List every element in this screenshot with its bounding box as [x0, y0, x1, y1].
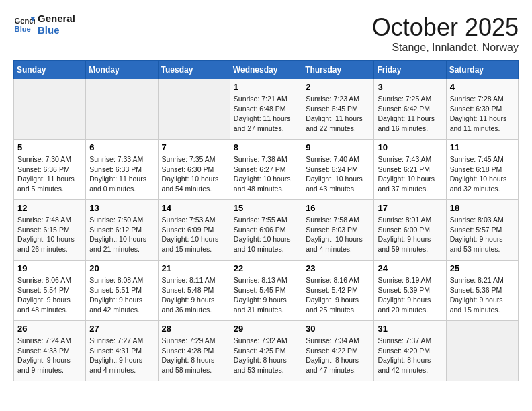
day-number: 1: [234, 82, 298, 92]
week-row-3: 12Sunrise: 7:48 AM Sunset: 6:15 PM Dayli…: [14, 200, 519, 261]
day-info: Sunrise: 8:06 AM Sunset: 5:54 PM Dayligh…: [17, 275, 82, 315]
day-info: Sunrise: 7:34 AM Sunset: 4:22 PM Dayligh…: [306, 336, 370, 375]
logo-general: General: [38, 13, 75, 25]
day-info: Sunrise: 7:24 AM Sunset: 4:33 PM Dayligh…: [17, 336, 82, 375]
day-number: 21: [162, 263, 226, 273]
weekday-header-wednesday: Wednesday: [230, 61, 302, 79]
calendar-cell: 10Sunrise: 7:43 AM Sunset: 6:21 PM Dayli…: [374, 140, 446, 200]
day-info: Sunrise: 7:40 AM Sunset: 6:24 PM Dayligh…: [306, 154, 370, 194]
day-number: 16: [306, 203, 370, 213]
logo-icon: General Blue: [13, 14, 35, 36]
day-number: 8: [234, 142, 298, 152]
day-info: Sunrise: 7:53 AM Sunset: 6:09 PM Dayligh…: [162, 215, 226, 255]
day-info: Sunrise: 7:28 AM Sunset: 6:39 PM Dayligh…: [450, 94, 515, 134]
day-number: 14: [162, 203, 226, 213]
day-info: Sunrise: 7:25 AM Sunset: 6:42 PM Dayligh…: [378, 94, 442, 134]
day-number: 15: [234, 203, 298, 213]
day-number: 25: [450, 263, 515, 273]
day-number: 31: [378, 324, 442, 334]
title-section: October 2025 Stange, Innlandet, Norway: [372, 13, 519, 54]
logo-blue: Blue: [38, 25, 75, 36]
calendar-cell: 1Sunrise: 7:21 AM Sunset: 6:48 PM Daylig…: [230, 79, 302, 140]
weekday-header-row: SundayMondayTuesdayWednesdayThursdayFrid…: [14, 61, 519, 79]
page-header: General Blue General Blue October 2025 S…: [13, 13, 519, 54]
calendar-table: SundayMondayTuesdayWednesdayThursdayFrid…: [13, 60, 519, 381]
calendar-cell: 17Sunrise: 8:01 AM Sunset: 6:00 PM Dayli…: [374, 200, 446, 261]
day-info: Sunrise: 8:19 AM Sunset: 5:39 PM Dayligh…: [378, 275, 442, 315]
day-number: 12: [17, 203, 82, 213]
day-info: Sunrise: 7:48 AM Sunset: 6:15 PM Dayligh…: [17, 215, 82, 255]
day-number: 5: [17, 142, 82, 152]
weekday-header-friday: Friday: [374, 61, 446, 79]
calendar-cell: [446, 321, 518, 381]
calendar-cell: 11Sunrise: 7:45 AM Sunset: 6:18 PM Dayli…: [446, 140, 518, 200]
calendar-cell: 19Sunrise: 8:06 AM Sunset: 5:54 PM Dayli…: [14, 261, 86, 321]
day-info: Sunrise: 7:50 AM Sunset: 6:12 PM Dayligh…: [89, 215, 154, 255]
calendar-cell: 16Sunrise: 7:58 AM Sunset: 6:03 PM Dayli…: [302, 200, 374, 261]
day-info: Sunrise: 8:08 AM Sunset: 5:51 PM Dayligh…: [89, 275, 154, 315]
calendar-cell: 27Sunrise: 7:27 AM Sunset: 4:31 PM Dayli…: [86, 321, 158, 381]
calendar-cell: [14, 79, 86, 140]
day-info: Sunrise: 8:03 AM Sunset: 5:57 PM Dayligh…: [450, 215, 515, 255]
week-row-5: 26Sunrise: 7:24 AM Sunset: 4:33 PM Dayli…: [14, 321, 519, 381]
calendar-cell: 6Sunrise: 7:33 AM Sunset: 6:33 PM Daylig…: [86, 140, 158, 200]
calendar-cell: 26Sunrise: 7:24 AM Sunset: 4:33 PM Dayli…: [14, 321, 86, 381]
day-info: Sunrise: 7:58 AM Sunset: 6:03 PM Dayligh…: [306, 215, 370, 255]
day-info: Sunrise: 7:45 AM Sunset: 6:18 PM Dayligh…: [450, 154, 515, 194]
month-title: October 2025: [372, 13, 519, 42]
day-info: Sunrise: 8:16 AM Sunset: 5:42 PM Dayligh…: [306, 275, 370, 315]
day-number: 27: [89, 324, 154, 334]
calendar-cell: 20Sunrise: 8:08 AM Sunset: 5:51 PM Dayli…: [86, 261, 158, 321]
day-number: 23: [306, 263, 370, 273]
day-info: Sunrise: 7:43 AM Sunset: 6:21 PM Dayligh…: [378, 154, 442, 194]
day-info: Sunrise: 7:23 AM Sunset: 6:45 PM Dayligh…: [306, 94, 370, 134]
day-info: Sunrise: 7:33 AM Sunset: 6:33 PM Dayligh…: [89, 154, 154, 194]
calendar-cell: 22Sunrise: 8:13 AM Sunset: 5:45 PM Dayli…: [230, 261, 302, 321]
calendar-cell: 28Sunrise: 7:29 AM Sunset: 4:28 PM Dayli…: [158, 321, 230, 381]
calendar-cell: 25Sunrise: 8:21 AM Sunset: 5:36 PM Dayli…: [446, 261, 518, 321]
calendar-cell: 2Sunrise: 7:23 AM Sunset: 6:45 PM Daylig…: [302, 79, 374, 140]
calendar-cell: 7Sunrise: 7:35 AM Sunset: 6:30 PM Daylig…: [158, 140, 230, 200]
calendar-cell: 21Sunrise: 8:11 AM Sunset: 5:48 PM Dayli…: [158, 261, 230, 321]
day-info: Sunrise: 8:01 AM Sunset: 6:00 PM Dayligh…: [378, 215, 442, 255]
day-info: Sunrise: 7:29 AM Sunset: 4:28 PM Dayligh…: [162, 336, 226, 375]
day-number: 11: [450, 142, 515, 152]
calendar-cell: 5Sunrise: 7:30 AM Sunset: 6:36 PM Daylig…: [14, 140, 86, 200]
weekday-header-monday: Monday: [86, 61, 158, 79]
calendar-cell: 30Sunrise: 7:34 AM Sunset: 4:22 PM Dayli…: [302, 321, 374, 381]
day-number: 28: [162, 324, 226, 334]
calendar-cell: 24Sunrise: 8:19 AM Sunset: 5:39 PM Dayli…: [374, 261, 446, 321]
day-info: Sunrise: 8:21 AM Sunset: 5:36 PM Dayligh…: [450, 275, 515, 315]
calendar-cell: 14Sunrise: 7:53 AM Sunset: 6:09 PM Dayli…: [158, 200, 230, 261]
calendar-cell: 3Sunrise: 7:25 AM Sunset: 6:42 PM Daylig…: [374, 79, 446, 140]
week-row-2: 5Sunrise: 7:30 AM Sunset: 6:36 PM Daylig…: [14, 140, 519, 200]
day-number: 3: [378, 82, 442, 92]
week-row-4: 19Sunrise: 8:06 AM Sunset: 5:54 PM Dayli…: [14, 261, 519, 321]
calendar-cell: 31Sunrise: 7:37 AM Sunset: 4:20 PM Dayli…: [374, 321, 446, 381]
day-info: Sunrise: 7:38 AM Sunset: 6:27 PM Dayligh…: [234, 154, 298, 194]
svg-text:Blue: Blue: [15, 25, 31, 33]
day-number: 2: [306, 82, 370, 92]
day-number: 9: [306, 142, 370, 152]
calendar-cell: 9Sunrise: 7:40 AM Sunset: 6:24 PM Daylig…: [302, 140, 374, 200]
day-number: 20: [89, 263, 154, 273]
day-info: Sunrise: 7:27 AM Sunset: 4:31 PM Dayligh…: [89, 336, 154, 375]
day-number: 22: [234, 263, 298, 273]
calendar-cell: 4Sunrise: 7:28 AM Sunset: 6:39 PM Daylig…: [446, 79, 518, 140]
calendar-cell: 8Sunrise: 7:38 AM Sunset: 6:27 PM Daylig…: [230, 140, 302, 200]
day-info: Sunrise: 8:13 AM Sunset: 5:45 PM Dayligh…: [234, 275, 298, 315]
weekday-header-sunday: Sunday: [14, 61, 86, 79]
weekday-header-saturday: Saturday: [446, 61, 518, 79]
calendar-cell: 12Sunrise: 7:48 AM Sunset: 6:15 PM Dayli…: [14, 200, 86, 261]
day-number: 29: [234, 324, 298, 334]
day-number: 10: [378, 142, 442, 152]
day-number: 4: [450, 82, 515, 92]
calendar-cell: 23Sunrise: 8:16 AM Sunset: 5:42 PM Dayli…: [302, 261, 374, 321]
weekday-header-thursday: Thursday: [302, 61, 374, 79]
week-row-1: 1Sunrise: 7:21 AM Sunset: 6:48 PM Daylig…: [14, 79, 519, 140]
day-number: 7: [162, 142, 226, 152]
day-number: 19: [17, 263, 82, 273]
day-info: Sunrise: 7:21 AM Sunset: 6:48 PM Dayligh…: [234, 94, 298, 134]
day-info: Sunrise: 7:37 AM Sunset: 4:20 PM Dayligh…: [378, 336, 442, 375]
weekday-header-tuesday: Tuesday: [158, 61, 230, 79]
